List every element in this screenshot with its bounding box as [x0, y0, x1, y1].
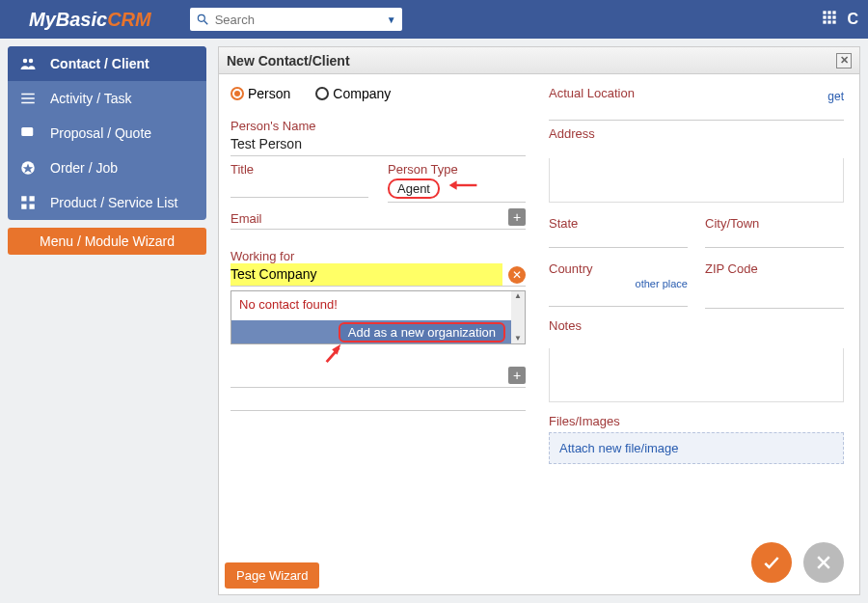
- topbar: MyBasicCRM ▼ C: [0, 0, 868, 39]
- country-label: Country: [549, 261, 688, 276]
- radio-company[interactable]: Company: [315, 86, 391, 101]
- state-input[interactable]: [549, 231, 688, 248]
- entity-type-radio-group: Person Company: [231, 86, 526, 101]
- city-label: City/Town: [705, 216, 844, 231]
- svg-rect-20: [21, 196, 26, 201]
- radio-icon: [231, 87, 244, 100]
- sidebar-item-label: Contact / Client: [50, 56, 149, 71]
- cancel-button[interactable]: [803, 542, 844, 583]
- title-input[interactable]: [231, 177, 368, 198]
- files-label: Files/Images: [549, 414, 844, 428]
- name-label: Person's Name: [231, 119, 526, 133]
- add-org-row: Add as a new organization: [231, 320, 511, 343]
- sidebar-item-proposal[interactable]: Proposal / Quote: [8, 116, 206, 151]
- notes-label: Notes: [549, 318, 844, 333]
- name-value[interactable]: Test Person: [231, 133, 526, 156]
- svg-rect-4: [833, 11, 836, 14]
- no-results-message: No contact found!: [231, 291, 511, 320]
- person-type-label: Person Type: [388, 162, 526, 177]
- chevron-down-icon[interactable]: ▼: [387, 14, 396, 25]
- person-type-value[interactable]: Agent: [388, 178, 440, 199]
- svg-line-1: [203, 21, 207, 25]
- contacts-icon: [19, 55, 37, 72]
- actual-location-input[interactable]: [549, 103, 844, 121]
- svg-rect-9: [828, 20, 831, 23]
- search-icon: [196, 13, 209, 26]
- sidebar-item-order[interactable]: Order / Job: [8, 151, 206, 185]
- country-input[interactable]: [549, 289, 688, 307]
- fab-group: [751, 542, 844, 583]
- title-label: Title: [231, 162, 368, 177]
- save-button[interactable]: [751, 542, 792, 583]
- svg-rect-21: [30, 196, 35, 201]
- close-icon[interactable]: ✕: [836, 53, 852, 69]
- annotation-arrow-icon: [231, 344, 526, 364]
- svg-rect-5: [824, 15, 827, 18]
- add-working-for-button[interactable]: +: [508, 367, 526, 384]
- svg-rect-14: [21, 97, 35, 99]
- notes-textarea[interactable]: [549, 348, 844, 402]
- sidebar-item-label: Proposal / Quote: [50, 125, 151, 141]
- add-new-organization-button[interactable]: Add as a new organization: [339, 322, 505, 343]
- new-contact-panel: New Contact/Client ✕ Person Company: [218, 46, 860, 595]
- radio-icon: [315, 87, 329, 100]
- svg-point-0: [198, 14, 204, 21]
- sidebar-item-label: Activity / Task: [50, 91, 132, 106]
- svg-marker-25: [449, 180, 457, 190]
- sidebar-item-contact[interactable]: Contact / Client: [8, 46, 206, 81]
- form-left-column: Person Company Person's Name Test Person…: [231, 86, 526, 594]
- logo-part2: CRM: [107, 9, 151, 30]
- svg-rect-23: [30, 205, 35, 209]
- sidebar: Contact / Client Activity / Task Proposa…: [0, 39, 214, 603]
- working-for-label: Working for: [231, 249, 526, 263]
- close-icon: [814, 553, 833, 572]
- working-for-input[interactable]: [231, 263, 502, 286]
- global-search[interactable]: ▼: [190, 8, 402, 31]
- topbar-right: C: [822, 10, 858, 29]
- svg-point-11: [23, 59, 28, 64]
- svg-rect-15: [21, 102, 35, 104]
- svg-rect-3: [828, 11, 831, 14]
- app-logo: MyBasicCRM: [29, 9, 151, 31]
- activity-icon: [19, 90, 37, 107]
- blank-field[interactable]: [231, 392, 526, 411]
- check-icon: [762, 553, 781, 572]
- sidebar-item-activity[interactable]: Activity / Task: [8, 81, 206, 116]
- menu-module-wizard-button[interactable]: Menu / Module Wizard: [8, 228, 206, 255]
- side-menu: Contact / Client Activity / Task Proposa…: [8, 46, 206, 220]
- zip-input[interactable]: [705, 291, 844, 309]
- sidebar-item-label: Product / Service List: [50, 195, 177, 210]
- proposal-icon: [19, 124, 37, 142]
- clear-icon[interactable]: ✕: [508, 266, 526, 284]
- get-location-link[interactable]: get: [827, 90, 844, 103]
- svg-rect-10: [833, 20, 836, 23]
- product-icon: [19, 194, 37, 211]
- annotation-arrow-icon: [448, 177, 478, 197]
- svg-rect-6: [828, 15, 831, 18]
- other-place-link[interactable]: other place: [549, 278, 688, 289]
- order-icon: [19, 159, 37, 177]
- svg-rect-22: [21, 205, 26, 209]
- search-input[interactable]: [215, 13, 387, 27]
- logo-part1: MyBasic: [29, 9, 107, 30]
- sidebar-item-product[interactable]: Product / Service List: [8, 185, 206, 220]
- autocomplete-dropdown: No contact found! Add as a new organizat…: [231, 290, 526, 344]
- user-menu[interactable]: C: [847, 11, 858, 28]
- svg-rect-2: [824, 11, 827, 14]
- form-right-column: Actual Location get Address State City/T…: [549, 86, 844, 594]
- address-textarea[interactable]: [549, 158, 844, 203]
- apps-grid-icon[interactable]: [822, 10, 837, 29]
- svg-rect-13: [21, 94, 35, 96]
- radio-person[interactable]: Person: [231, 86, 290, 101]
- actual-location-label: Actual Location: [549, 86, 827, 100]
- page-wizard-button[interactable]: Page Wizard: [225, 562, 319, 589]
- svg-rect-17: [24, 130, 30, 132]
- attach-file-button[interactable]: Attach new file/image: [549, 432, 844, 464]
- zip-label: ZIP Code: [705, 261, 844, 276]
- radio-label: Company: [333, 86, 391, 101]
- panel-header: New Contact/Client ✕: [219, 47, 859, 74]
- add-email-button[interactable]: +: [508, 208, 526, 226]
- email-label: Email: [231, 211, 508, 226]
- city-input[interactable]: [705, 231, 844, 248]
- scrollbar[interactable]: ▲▼: [511, 291, 525, 343]
